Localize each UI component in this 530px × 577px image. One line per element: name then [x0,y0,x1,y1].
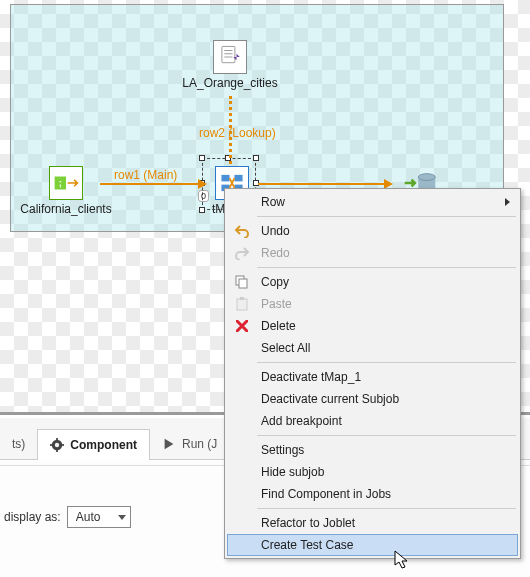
menu-label: Hide subjob [261,465,324,479]
svg-rect-0 [222,46,235,62]
menu-label: Select All [261,341,310,355]
menu-separator [257,267,516,268]
menu-label: Refactor to Joblet [261,516,355,530]
svg-rect-17 [61,444,65,446]
svg-rect-14 [56,438,58,442]
menu-separator [257,435,516,436]
run-icon [162,437,176,451]
menu-hide-subjob[interactable]: Hide subjob [227,461,518,483]
menu-paste: Paste [227,293,518,315]
menu-separator [257,362,516,363]
menu-deactivate-tmap[interactable]: Deactivate tMap_1 [227,366,518,388]
link-row1-label: row1 (Main) [114,168,177,182]
component-california-clients[interactable]: ; California_clients [6,166,126,216]
menu-separator [257,216,516,217]
component-tab-icon [50,438,64,452]
tab-previous[interactable]: ts) [0,429,37,459]
menu-label: Paste [261,297,292,311]
tab-component[interactable]: Component [37,429,150,460]
menu-create-test-case[interactable]: Create Test Case [227,534,518,556]
displayas-label: display as: [4,510,61,524]
displayas-select[interactable]: Auto [67,506,132,528]
displayas-value: Auto [76,510,101,524]
input-icon: ; [49,166,83,200]
redo-icon [231,246,253,260]
context-menu: Row Undo Redo Copy Paste Delete Selec [224,188,521,559]
component-label: LA_Orange_cities [170,76,290,90]
paste-icon [231,297,253,311]
menu-label: Deactivate tMap_1 [261,370,361,384]
menu-copy[interactable]: Copy [227,271,518,293]
svg-rect-19 [239,279,247,288]
link-row1[interactable] [100,183,204,185]
menu-refactor-joblet[interactable]: Refactor to Joblet [227,512,518,534]
link-row2-label: row2 (Lookup) [199,126,276,140]
menu-label: Create Test Case [261,538,354,552]
menu-label: Row [261,195,285,209]
menu-label: Settings [261,443,304,457]
submenu-arrow-icon [505,198,510,206]
tab-label: ts) [12,437,25,451]
menu-delete[interactable]: Delete [227,315,518,337]
tab-run[interactable]: Run (J [150,429,229,459]
menu-redo: Redo [227,242,518,264]
component-la-orange-cities[interactable]: LA_Orange_cities [170,40,290,90]
svg-rect-15 [56,449,58,453]
menu-label: Deactivate current Subjob [261,392,399,406]
menu-separator [257,508,516,509]
svg-rect-20 [237,299,247,310]
menu-label: Undo [261,224,290,238]
menu-select-all[interactable]: Select All [227,337,518,359]
menu-undo[interactable]: Undo [227,220,518,242]
svg-rect-16 [50,444,54,446]
menu-row[interactable]: Row [227,191,518,213]
menu-label: Redo [261,246,290,260]
menu-add-breakpoint[interactable]: Add breakpoint [227,410,518,432]
component-label: California_clients [6,202,126,216]
svg-point-13 [55,443,59,447]
menu-find-component[interactable]: Find Component in Jobs [227,483,518,505]
copy-icon [231,275,253,289]
menu-settings[interactable]: Settings [227,439,518,461]
chevron-down-icon [118,515,126,520]
menu-label: Copy [261,275,289,289]
tab-label: Run (J [182,437,217,451]
undo-icon [231,224,253,238]
svg-text:;: ; [59,177,62,188]
menu-deactivate-subjob[interactable]: Deactivate current Subjob [227,388,518,410]
menu-label: Delete [261,319,296,333]
file-icon [213,40,247,74]
tab-label: Component [70,438,137,452]
menu-label: Add breakpoint [261,414,342,428]
svg-rect-21 [240,297,244,300]
link-out[interactable] [258,183,390,185]
menu-label: Find Component in Jobs [261,487,391,501]
delete-icon [231,320,253,332]
